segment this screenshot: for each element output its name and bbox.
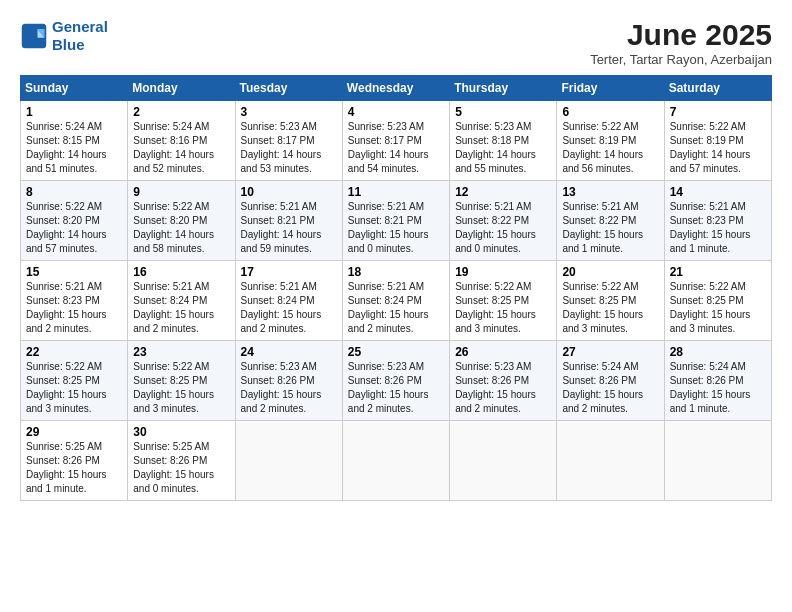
day-info: Sunrise: 5:23 AM Sunset: 8:26 PM Dayligh… — [241, 360, 337, 416]
week-row-3: 15Sunrise: 5:21 AM Sunset: 8:23 PM Dayli… — [21, 261, 772, 341]
day-info: Sunrise: 5:21 AM Sunset: 8:22 PM Dayligh… — [455, 200, 551, 256]
calendar-cell: 24Sunrise: 5:23 AM Sunset: 8:26 PM Dayli… — [235, 341, 342, 421]
page: General Blue June 2025 Terter, Tartar Ra… — [0, 0, 792, 612]
calendar-cell: 11Sunrise: 5:21 AM Sunset: 8:21 PM Dayli… — [342, 181, 449, 261]
day-number: 23 — [133, 345, 229, 359]
day-number: 9 — [133, 185, 229, 199]
week-row-4: 22Sunrise: 5:22 AM Sunset: 8:25 PM Dayli… — [21, 341, 772, 421]
day-info: Sunrise: 5:24 AM Sunset: 8:26 PM Dayligh… — [670, 360, 766, 416]
calendar-cell: 14Sunrise: 5:21 AM Sunset: 8:23 PM Dayli… — [664, 181, 771, 261]
day-number: 25 — [348, 345, 444, 359]
col-header-tuesday: Tuesday — [235, 76, 342, 101]
day-number: 1 — [26, 105, 122, 119]
day-number: 4 — [348, 105, 444, 119]
day-number: 16 — [133, 265, 229, 279]
calendar-cell: 3Sunrise: 5:23 AM Sunset: 8:17 PM Daylig… — [235, 101, 342, 181]
day-info: Sunrise: 5:22 AM Sunset: 8:25 PM Dayligh… — [562, 280, 658, 336]
calendar-cell: 29Sunrise: 5:25 AM Sunset: 8:26 PM Dayli… — [21, 421, 128, 501]
day-number: 17 — [241, 265, 337, 279]
week-row-2: 8Sunrise: 5:22 AM Sunset: 8:20 PM Daylig… — [21, 181, 772, 261]
month-title: June 2025 — [590, 18, 772, 52]
calendar-cell: 17Sunrise: 5:21 AM Sunset: 8:24 PM Dayli… — [235, 261, 342, 341]
col-header-thursday: Thursday — [450, 76, 557, 101]
day-number: 11 — [348, 185, 444, 199]
day-number: 12 — [455, 185, 551, 199]
day-number: 24 — [241, 345, 337, 359]
day-info: Sunrise: 5:22 AM Sunset: 8:25 PM Dayligh… — [670, 280, 766, 336]
day-info: Sunrise: 5:25 AM Sunset: 8:26 PM Dayligh… — [26, 440, 122, 496]
calendar-cell: 7Sunrise: 5:22 AM Sunset: 8:19 PM Daylig… — [664, 101, 771, 181]
col-header-saturday: Saturday — [664, 76, 771, 101]
calendar-cell: 20Sunrise: 5:22 AM Sunset: 8:25 PM Dayli… — [557, 261, 664, 341]
day-info: Sunrise: 5:23 AM Sunset: 8:17 PM Dayligh… — [348, 120, 444, 176]
calendar-cell: 22Sunrise: 5:22 AM Sunset: 8:25 PM Dayli… — [21, 341, 128, 421]
day-info: Sunrise: 5:21 AM Sunset: 8:24 PM Dayligh… — [348, 280, 444, 336]
calendar-cell: 1Sunrise: 5:24 AM Sunset: 8:15 PM Daylig… — [21, 101, 128, 181]
logo: General Blue — [20, 18, 108, 54]
day-info: Sunrise: 5:23 AM Sunset: 8:18 PM Dayligh… — [455, 120, 551, 176]
day-info: Sunrise: 5:23 AM Sunset: 8:26 PM Dayligh… — [455, 360, 551, 416]
day-info: Sunrise: 5:21 AM Sunset: 8:24 PM Dayligh… — [133, 280, 229, 336]
calendar-cell: 10Sunrise: 5:21 AM Sunset: 8:21 PM Dayli… — [235, 181, 342, 261]
col-header-wednesday: Wednesday — [342, 76, 449, 101]
calendar-cell: 9Sunrise: 5:22 AM Sunset: 8:20 PM Daylig… — [128, 181, 235, 261]
day-info: Sunrise: 5:22 AM Sunset: 8:25 PM Dayligh… — [133, 360, 229, 416]
day-number: 5 — [455, 105, 551, 119]
day-info: Sunrise: 5:21 AM Sunset: 8:22 PM Dayligh… — [562, 200, 658, 256]
day-number: 29 — [26, 425, 122, 439]
day-number: 18 — [348, 265, 444, 279]
day-number: 28 — [670, 345, 766, 359]
day-info: Sunrise: 5:24 AM Sunset: 8:16 PM Dayligh… — [133, 120, 229, 176]
calendar-cell: 23Sunrise: 5:22 AM Sunset: 8:25 PM Dayli… — [128, 341, 235, 421]
calendar-cell: 25Sunrise: 5:23 AM Sunset: 8:26 PM Dayli… — [342, 341, 449, 421]
calendar-cell: 8Sunrise: 5:22 AM Sunset: 8:20 PM Daylig… — [21, 181, 128, 261]
calendar-cell: 27Sunrise: 5:24 AM Sunset: 8:26 PM Dayli… — [557, 341, 664, 421]
calendar-cell: 4Sunrise: 5:23 AM Sunset: 8:17 PM Daylig… — [342, 101, 449, 181]
day-number: 30 — [133, 425, 229, 439]
calendar-cell: 16Sunrise: 5:21 AM Sunset: 8:24 PM Dayli… — [128, 261, 235, 341]
day-info: Sunrise: 5:22 AM Sunset: 8:20 PM Dayligh… — [26, 200, 122, 256]
logo-line2: Blue — [52, 36, 85, 53]
day-info: Sunrise: 5:21 AM Sunset: 8:21 PM Dayligh… — [348, 200, 444, 256]
day-info: Sunrise: 5:21 AM Sunset: 8:21 PM Dayligh… — [241, 200, 337, 256]
day-number: 20 — [562, 265, 658, 279]
calendar-cell: 19Sunrise: 5:22 AM Sunset: 8:25 PM Dayli… — [450, 261, 557, 341]
calendar-cell: 21Sunrise: 5:22 AM Sunset: 8:25 PM Dayli… — [664, 261, 771, 341]
day-info: Sunrise: 5:22 AM Sunset: 8:25 PM Dayligh… — [26, 360, 122, 416]
day-number: 27 — [562, 345, 658, 359]
calendar-cell: 12Sunrise: 5:21 AM Sunset: 8:22 PM Dayli… — [450, 181, 557, 261]
calendar-cell: 6Sunrise: 5:22 AM Sunset: 8:19 PM Daylig… — [557, 101, 664, 181]
day-number: 26 — [455, 345, 551, 359]
day-number: 2 — [133, 105, 229, 119]
calendar: SundayMondayTuesdayWednesdayThursdayFrid… — [20, 75, 772, 501]
day-info: Sunrise: 5:23 AM Sunset: 8:26 PM Dayligh… — [348, 360, 444, 416]
day-info: Sunrise: 5:22 AM Sunset: 8:19 PM Dayligh… — [670, 120, 766, 176]
header: General Blue June 2025 Terter, Tartar Ra… — [20, 18, 772, 67]
day-info: Sunrise: 5:24 AM Sunset: 8:15 PM Dayligh… — [26, 120, 122, 176]
logo-line1: General — [52, 18, 108, 35]
calendar-cell: 2Sunrise: 5:24 AM Sunset: 8:16 PM Daylig… — [128, 101, 235, 181]
day-info: Sunrise: 5:22 AM Sunset: 8:20 PM Dayligh… — [133, 200, 229, 256]
logo-text: General Blue — [52, 18, 108, 54]
header-row: SundayMondayTuesdayWednesdayThursdayFrid… — [21, 76, 772, 101]
calendar-cell: 28Sunrise: 5:24 AM Sunset: 8:26 PM Dayli… — [664, 341, 771, 421]
col-header-monday: Monday — [128, 76, 235, 101]
day-number: 3 — [241, 105, 337, 119]
day-info: Sunrise: 5:22 AM Sunset: 8:25 PM Dayligh… — [455, 280, 551, 336]
calendar-cell: 15Sunrise: 5:21 AM Sunset: 8:23 PM Dayli… — [21, 261, 128, 341]
col-header-friday: Friday — [557, 76, 664, 101]
day-number: 22 — [26, 345, 122, 359]
calendar-cell: 26Sunrise: 5:23 AM Sunset: 8:26 PM Dayli… — [450, 341, 557, 421]
day-number: 6 — [562, 105, 658, 119]
day-info: Sunrise: 5:23 AM Sunset: 8:17 PM Dayligh… — [241, 120, 337, 176]
day-number: 10 — [241, 185, 337, 199]
calendar-cell — [557, 421, 664, 501]
calendar-cell: 30Sunrise: 5:25 AM Sunset: 8:26 PM Dayli… — [128, 421, 235, 501]
location: Terter, Tartar Rayon, Azerbaijan — [590, 52, 772, 67]
calendar-cell: 13Sunrise: 5:21 AM Sunset: 8:22 PM Dayli… — [557, 181, 664, 261]
day-number: 19 — [455, 265, 551, 279]
logo-icon — [20, 22, 48, 50]
day-number: 14 — [670, 185, 766, 199]
day-number: 21 — [670, 265, 766, 279]
day-info: Sunrise: 5:24 AM Sunset: 8:26 PM Dayligh… — [562, 360, 658, 416]
